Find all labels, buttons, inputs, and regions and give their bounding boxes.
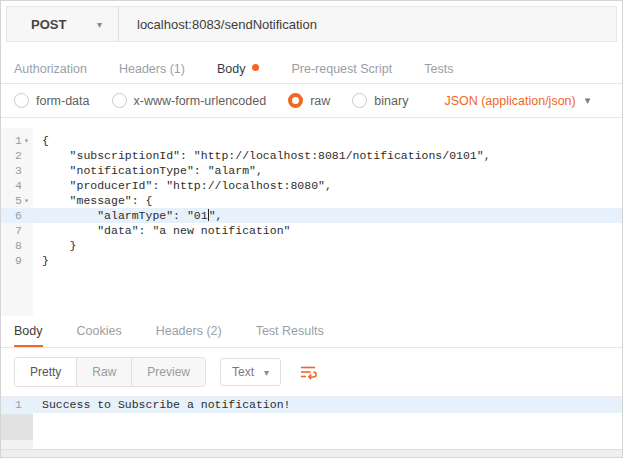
radio-raw[interactable]: raw bbox=[288, 93, 330, 108]
response-text: Success to Subscribe a notification! bbox=[33, 397, 290, 413]
line-number: 3 bbox=[15, 163, 22, 178]
content-type-select[interactable]: JSON (application/json) ▾ bbox=[444, 94, 590, 108]
tab-pre-request-script[interactable]: Pre-request Script bbox=[291, 62, 392, 76]
radio-binary[interactable]: binary bbox=[352, 93, 408, 108]
wrap-text-button[interactable] bbox=[295, 359, 321, 385]
code-line[interactable]: 2 "subscriptionId": "http://localhost:80… bbox=[1, 148, 622, 163]
code-line[interactable]: 3 "notificationType": "alarm", bbox=[1, 163, 622, 178]
fold-caret-icon[interactable]: ▾ bbox=[22, 193, 31, 208]
radio-x-www-form-urlencoded[interactable]: x-www-form-urlencoded bbox=[112, 93, 267, 108]
radio-icon bbox=[352, 93, 367, 108]
code-text: "data": "a new notification" bbox=[33, 223, 290, 238]
preview-button[interactable]: Preview bbox=[132, 358, 205, 386]
code-text: "notificationType": "alarm", bbox=[33, 163, 263, 178]
request-body-editor[interactable]: 1▾ { 2 "subscriptionId": "http://localho… bbox=[1, 128, 622, 316]
request-url-bar: POST ▾ localhost:8083/sendNotification bbox=[6, 6, 617, 42]
line-number: 2 bbox=[15, 148, 22, 163]
line-number: 5 bbox=[15, 193, 22, 208]
method-select[interactable]: POST ▾ bbox=[7, 7, 119, 41]
code-line[interactable]: 8 } bbox=[1, 238, 622, 253]
tab-tests[interactable]: Tests bbox=[424, 62, 453, 76]
format-select[interactable]: Text ▾ bbox=[220, 358, 281, 386]
line-number: 1 bbox=[15, 133, 22, 148]
url-text: localhost:8083/sendNotification bbox=[137, 17, 317, 32]
tab-response-body[interactable]: Body bbox=[14, 316, 43, 347]
tab-authorization[interactable]: Authorization bbox=[14, 62, 87, 76]
view-mode-segment: Pretty Raw Preview bbox=[14, 357, 206, 387]
code-line[interactable]: 1▾ { bbox=[1, 133, 622, 148]
body-tab-dot bbox=[252, 64, 259, 71]
app-window: POST ▾ localhost:8083/sendNotification A… bbox=[0, 0, 623, 458]
tab-test-results[interactable]: Test Results bbox=[256, 316, 324, 347]
radio-form-data[interactable]: form-data bbox=[14, 93, 90, 108]
code-line[interactable]: 7 "data": "a new notification" bbox=[1, 223, 622, 238]
tab-body[interactable]: Body bbox=[217, 62, 260, 76]
line-number: 9 bbox=[15, 253, 22, 268]
line-number: 6 bbox=[15, 208, 22, 223]
response-tabs: Body Cookies Headers (2) Test Results bbox=[1, 316, 622, 348]
code-text: "producerId": "http://localhost:8080", bbox=[33, 178, 332, 193]
code-text: "subscriptionId": "http://localhost:8081… bbox=[33, 148, 491, 163]
line-number: 1 bbox=[15, 397, 22, 413]
raw-button[interactable]: Raw bbox=[77, 358, 132, 386]
chevron-down-icon: ▾ bbox=[97, 19, 102, 30]
code-text: } bbox=[33, 253, 49, 268]
response-toolbar: Pretty Raw Preview Text ▾ bbox=[1, 348, 622, 396]
code-line[interactable]: 5▾ "message": { bbox=[1, 193, 622, 208]
url-input[interactable]: localhost:8083/sendNotification bbox=[119, 7, 616, 41]
method-label: POST bbox=[31, 17, 66, 32]
response-body-viewer[interactable]: 1 Success to Subscribe a notification! bbox=[1, 396, 622, 449]
response-line: 1 Success to Subscribe a notification! bbox=[1, 397, 622, 413]
tab-cookies[interactable]: Cookies bbox=[77, 316, 122, 347]
code-line-active[interactable]: 6 "alarmType": "01", bbox=[1, 208, 622, 223]
wrap-text-icon bbox=[299, 363, 317, 381]
pretty-button[interactable]: Pretty bbox=[15, 358, 77, 386]
line-number: 8 bbox=[15, 238, 22, 253]
code-line[interactable]: 4 "producerId": "http://localhost:8080", bbox=[1, 178, 622, 193]
code-line[interactable]: 9 } bbox=[1, 253, 622, 268]
code-text: } bbox=[33, 238, 77, 253]
chevron-down-icon: ▾ bbox=[264, 367, 269, 378]
body-mode-row: form-data x-www-form-urlencoded raw bina… bbox=[1, 84, 622, 118]
line-number: 4 bbox=[15, 178, 22, 193]
radio-icon bbox=[14, 93, 29, 108]
chevron-down-icon: ▾ bbox=[585, 94, 591, 107]
horizontal-scrollbar[interactable] bbox=[1, 449, 622, 457]
line-number: 7 bbox=[15, 223, 22, 238]
radio-icon bbox=[112, 93, 127, 108]
tab-headers[interactable]: Headers (1) bbox=[119, 62, 185, 76]
tab-response-headers[interactable]: Headers (2) bbox=[156, 316, 222, 347]
request-tabs: Authorization Headers (1) Body Pre-reque… bbox=[1, 54, 622, 84]
radio-selected-icon bbox=[288, 93, 303, 108]
code-text: "message": { bbox=[33, 193, 152, 208]
fold-caret-icon[interactable]: ▾ bbox=[22, 133, 31, 148]
code-text: "alarmType": "01", bbox=[33, 208, 222, 223]
code-text: { bbox=[33, 133, 49, 148]
